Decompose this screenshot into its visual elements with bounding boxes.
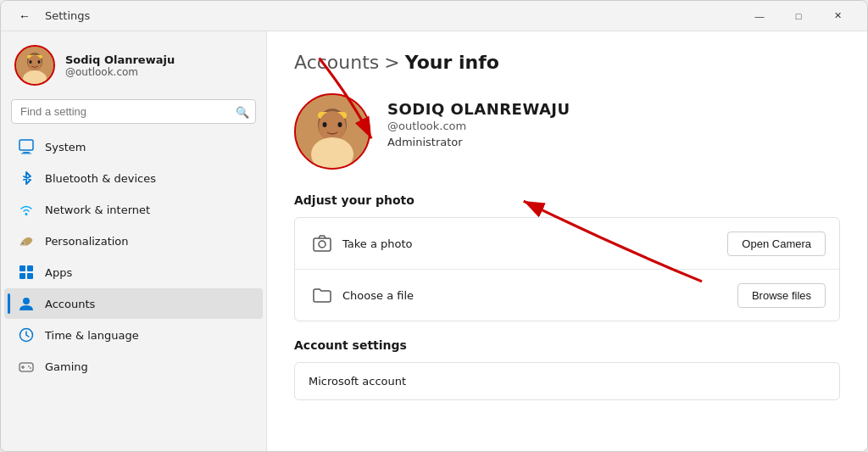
take-photo-label: Take a photo	[342, 237, 727, 250]
time-icon	[18, 326, 35, 343]
svg-point-27	[319, 111, 346, 142]
personalization-icon	[18, 232, 35, 249]
bluetooth-icon	[18, 170, 35, 187]
microsoft-account-row[interactable]: Microsoft account	[294, 362, 840, 400]
breadcrumb-separator: >	[384, 52, 399, 73]
sidebar-item-accounts[interactable]: Accounts	[4, 288, 263, 319]
sidebar-label-system: System	[45, 141, 86, 153]
settings-window: ← Settings — □ ✕	[0, 0, 868, 452]
minimize-button[interactable]: —	[740, 1, 779, 31]
adjust-photo-title: Adjust your photo	[294, 193, 840, 207]
breadcrumb-parent[interactable]: Accounts	[294, 52, 379, 73]
svg-rect-14	[27, 265, 33, 271]
profile-email: @outlook.com	[387, 120, 570, 132]
photo-options-card: Take a photo Open Camera Choose a file B…	[294, 217, 840, 321]
search-icon[interactable]: 🔍	[236, 105, 249, 118]
svg-rect-15	[19, 273, 25, 279]
sidebar: Sodiq Olanrewaju @outlook.com 🔍	[1, 31, 267, 451]
svg-point-17	[23, 298, 30, 304]
system-icon	[18, 138, 35, 155]
choose-file-row: Choose a file Browse files	[295, 270, 839, 321]
apps-icon	[18, 264, 35, 281]
sidebar-item-apps[interactable]: Apps	[4, 257, 263, 287]
sidebar-item-network[interactable]: Network & internet	[4, 194, 263, 225]
profile-name: SODIQ OLANREWAJU	[387, 100, 570, 118]
svg-rect-10	[21, 153, 31, 154]
search-input[interactable]	[11, 99, 256, 124]
sidebar-user-info: Sodiq Olanrewaju @outlook.com	[65, 53, 253, 78]
sidebar-label-accounts: Accounts	[45, 298, 95, 310]
search-box: 🔍	[11, 99, 256, 124]
close-button[interactable]: ✕	[818, 1, 857, 31]
svg-rect-9	[23, 152, 30, 153]
breadcrumb: Accounts > Your info	[294, 52, 840, 73]
avatar-container	[14, 45, 55, 86]
svg-point-29	[338, 122, 342, 127]
gaming-icon	[18, 358, 35, 375]
svg-point-7	[38, 60, 41, 64]
window-title: Settings	[45, 9, 90, 22]
window-controls: — □ ✕	[740, 1, 857, 31]
profile-role: Administrator	[387, 136, 570, 148]
sidebar-label-personalization: Personalization	[45, 235, 129, 248]
svg-rect-16	[27, 273, 33, 279]
accounts-icon	[18, 295, 35, 312]
sidebar-item-system[interactable]: System	[4, 131, 263, 162]
take-photo-row: Take a photo Open Camera	[295, 218, 839, 270]
open-camera-button[interactable]: Open Camera	[727, 232, 826, 256]
profile-section: SODIQ OLANREWAJU @outlook.com Administra…	[294, 93, 840, 170]
sidebar-item-bluetooth[interactable]: Bluetooth & devices	[4, 163, 263, 193]
svg-point-12	[21, 242, 25, 245]
browse-files-button[interactable]: Browse files	[737, 283, 826, 308]
svg-point-11	[25, 213, 28, 215]
back-button[interactable]: ←	[11, 3, 38, 30]
choose-file-label: Choose a file	[342, 289, 737, 302]
sidebar-item-gaming[interactable]: Gaming	[4, 351, 263, 382]
sidebar-user-name: Sodiq Olanrewaju	[65, 53, 253, 66]
folder-icon	[309, 282, 336, 309]
network-icon	[18, 201, 35, 218]
avatar	[14, 45, 55, 86]
content-area: Sodiq Olanrewaju @outlook.com 🔍	[1, 31, 867, 451]
camera-icon	[309, 230, 336, 257]
sidebar-user[interactable]: Sodiq Olanrewaju @outlook.com	[1, 31, 266, 96]
svg-point-32	[319, 241, 326, 248]
svg-rect-8	[19, 140, 33, 150]
svg-rect-13	[19, 265, 25, 271]
sidebar-nav: System Bluetooth & devices	[1, 131, 266, 382]
main-content: Accounts > Your info	[267, 31, 867, 451]
sidebar-label-bluetooth: Bluetooth & devices	[45, 172, 156, 185]
microsoft-account-label: Microsoft account	[309, 375, 406, 388]
svg-point-22	[28, 366, 30, 367]
main-avatar	[294, 93, 370, 170]
svg-point-23	[30, 367, 31, 369]
maximize-button[interactable]: □	[779, 1, 818, 31]
sidebar-item-personalization[interactable]: Personalization	[4, 226, 263, 256]
breadcrumb-current: Your info	[405, 52, 499, 73]
sidebar-user-email: @outlook.com	[65, 66, 253, 78]
account-settings-title: Account settings	[294, 338, 840, 352]
sidebar-label-network: Network & internet	[45, 204, 150, 216]
sidebar-item-time[interactable]: Time & language	[4, 320, 263, 350]
titlebar: ← Settings — □ ✕	[1, 1, 867, 31]
sidebar-label-gaming: Gaming	[45, 360, 88, 373]
sidebar-label-apps: Apps	[45, 266, 72, 279]
svg-point-6	[30, 60, 32, 64]
sidebar-label-time: Time & language	[45, 329, 139, 342]
svg-point-28	[323, 122, 327, 127]
profile-info: SODIQ OLANREWAJU @outlook.com Administra…	[387, 93, 570, 148]
